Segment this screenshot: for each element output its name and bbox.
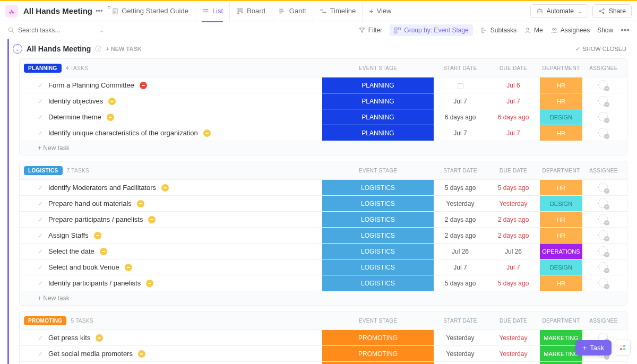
start-date-cell[interactable]: 2 days ago: [434, 212, 487, 227]
stage-cell[interactable]: PLANNING: [322, 125, 434, 141]
priority-icon[interactable]: [94, 232, 101, 239]
department-cell[interactable]: HR: [540, 228, 582, 243]
check-icon[interactable]: ✓: [38, 334, 43, 342]
search-expand-icon[interactable]: ⌄: [99, 26, 105, 34]
stage-cell[interactable]: LOGISTICS: [322, 275, 434, 291]
add-view[interactable]: + View: [362, 1, 398, 22]
task-row[interactable]: ✓ Prepare hand out materials LOGISTICS Y…: [20, 195, 627, 211]
start-date-cell[interactable]: ▢: [434, 77, 487, 93]
assignee-cell[interactable]: +: [582, 362, 625, 364]
tab-gantt[interactable]: Gantt: [272, 1, 313, 22]
task-row[interactable]: ✓ Identify unique characteristics of the…: [20, 125, 627, 141]
stage-cell[interactable]: PLANNING: [322, 109, 434, 125]
start-date-cell[interactable]: Jul 7: [434, 93, 487, 109]
check-icon[interactable]: ✓: [38, 264, 43, 271]
priority-icon[interactable]: [107, 114, 114, 121]
check-icon[interactable]: ✓: [38, 280, 43, 287]
share-button[interactable]: Share: [592, 4, 632, 18]
start-date-cell[interactable]: Jul 26: [434, 244, 487, 259]
department-cell[interactable]: HR: [540, 77, 582, 93]
stage-cell[interactable]: LOGISTICS: [322, 196, 434, 211]
priority-icon[interactable]: [140, 82, 147, 89]
assignee-cell[interactable]: +: [582, 93, 625, 109]
due-date-cell[interactable]: 6 days ago: [487, 109, 540, 125]
task-row[interactable]: ✓ Determine theme PLANNING 6 days ago 6 …: [20, 109, 627, 125]
check-icon[interactable]: ✓: [38, 248, 43, 255]
automate-button[interactable]: Automate ⌄: [530, 4, 588, 18]
task-row[interactable]: ✓ Form a Planning Committee PLANNING ▢ J…: [20, 77, 627, 93]
add-task-row[interactable]: + New task: [20, 141, 627, 155]
group-pill[interactable]: PROMOTING: [24, 316, 66, 325]
priority-icon[interactable]: [108, 98, 116, 105]
group-collapse-icon[interactable]: ⌄: [19, 316, 20, 325]
check-icon[interactable]: ✓: [38, 216, 43, 223]
assignee-cell[interactable]: +: [582, 180, 625, 195]
section-collapse-icon[interactable]: ⌄: [13, 44, 22, 54]
show-button[interactable]: Show: [597, 27, 613, 34]
show-closed-button[interactable]: ✓ SHOW CLOSED: [575, 46, 626, 53]
title-menu-icon[interactable]: •••: [96, 7, 103, 15]
due-date-cell[interactable]: Jul 7: [487, 259, 540, 275]
filter-button[interactable]: Filter: [358, 27, 383, 34]
due-date-cell[interactable]: 5 days ago: [487, 275, 540, 291]
task-row[interactable]: ✓ Get social media promoters PROMOTING Y…: [20, 345, 627, 361]
due-date-cell[interactable]: Yesterday: [487, 346, 540, 361]
check-icon[interactable]: ✓: [38, 184, 43, 192]
stage-cell[interactable]: PROMOTING: [322, 330, 434, 345]
check-icon[interactable]: ✓: [38, 350, 43, 358]
new-task-fab[interactable]: + Task: [575, 340, 612, 356]
department-cell[interactable]: HR: [540, 275, 582, 291]
priority-icon[interactable]: [125, 264, 132, 271]
due-date-cell[interactable]: Jul 7: [487, 93, 540, 109]
task-row[interactable]: ✓ Prepare participatns / panelists LOGIS…: [20, 211, 627, 227]
check-icon[interactable]: ✓: [38, 232, 43, 239]
department-cell[interactable]: DESIGN: [540, 259, 582, 275]
task-row[interactable]: ✓ Get press kits PROMOTING Yesterday Yes…: [20, 330, 627, 345]
info-icon[interactable]: ⓘ: [95, 45, 101, 54]
check-icon[interactable]: ✓: [38, 98, 43, 105]
group-pill[interactable]: PLANNING: [24, 64, 62, 73]
check-icon[interactable]: ✓: [38, 200, 43, 207]
check-icon[interactable]: ✓: [38, 114, 43, 121]
stage-cell[interactable]: LOGISTICS: [322, 228, 434, 243]
due-date-cell[interactable]: Jul 25: [487, 362, 540, 364]
apps-fab[interactable]: [615, 340, 631, 356]
task-row[interactable]: ✓ Identify Moderators and Facilitators L…: [20, 179, 627, 195]
assignee-cell[interactable]: +: [582, 196, 625, 211]
subtasks-button[interactable]: Subtasks: [480, 27, 517, 34]
due-date-cell[interactable]: 2 days ago: [487, 228, 540, 243]
stage-cell[interactable]: PROMOTING: [322, 346, 434, 361]
due-date-cell[interactable]: Jul 26: [487, 244, 540, 259]
due-date-cell[interactable]: Yesterday: [487, 330, 540, 345]
task-row[interactable]: ✓ Assign Staffs LOGISTICS 2 days ago 2 d…: [20, 227, 627, 243]
task-row[interactable]: ✓ Select and book Venue LOGISTICS Jul 7 …: [20, 259, 627, 275]
stage-cell[interactable]: LOGISTICS: [322, 212, 434, 227]
add-column-icon[interactable]: ⊕: [625, 316, 627, 325]
me-button[interactable]: Me: [524, 27, 543, 34]
add-task-row[interactable]: + New task: [20, 291, 627, 305]
department-cell[interactable]: HR: [540, 180, 582, 195]
assignee-cell[interactable]: +: [582, 125, 625, 141]
stage-cell[interactable]: LOGISTICS: [322, 259, 434, 275]
assignee-cell[interactable]: +: [582, 77, 625, 93]
new-task-button[interactable]: + NEW TASK: [106, 46, 141, 52]
start-date-cell[interactable]: 5 days ago: [434, 180, 487, 195]
group-pill[interactable]: LOGISTICS: [24, 166, 63, 175]
priority-icon[interactable]: [100, 248, 107, 255]
due-date-cell[interactable]: Jul 6: [487, 77, 540, 93]
department-cell[interactable]: HR: [540, 93, 582, 109]
priority-icon[interactable]: [161, 184, 169, 192]
task-row[interactable]: ✓ Launch social media campaigns PROMOTIN…: [20, 361, 627, 364]
due-date-cell[interactable]: 5 days ago: [487, 180, 540, 195]
start-date-cell[interactable]: 5 days ago: [434, 275, 487, 291]
assignee-cell[interactable]: +: [582, 244, 625, 259]
stage-cell[interactable]: PLANNING: [322, 77, 434, 93]
groupby-button[interactable]: Group by: Event Stage: [390, 24, 472, 36]
department-cell[interactable]: DESIGN: [540, 196, 582, 211]
tab-timeline[interactable]: Timeline: [313, 1, 363, 22]
department-cell[interactable]: MARKETING: [540, 362, 582, 364]
check-icon[interactable]: ✓: [38, 129, 43, 137]
assignee-cell[interactable]: +: [582, 259, 625, 275]
start-date-cell[interactable]: Yesterday: [434, 196, 487, 211]
start-date-cell[interactable]: Jul 7: [434, 259, 487, 275]
